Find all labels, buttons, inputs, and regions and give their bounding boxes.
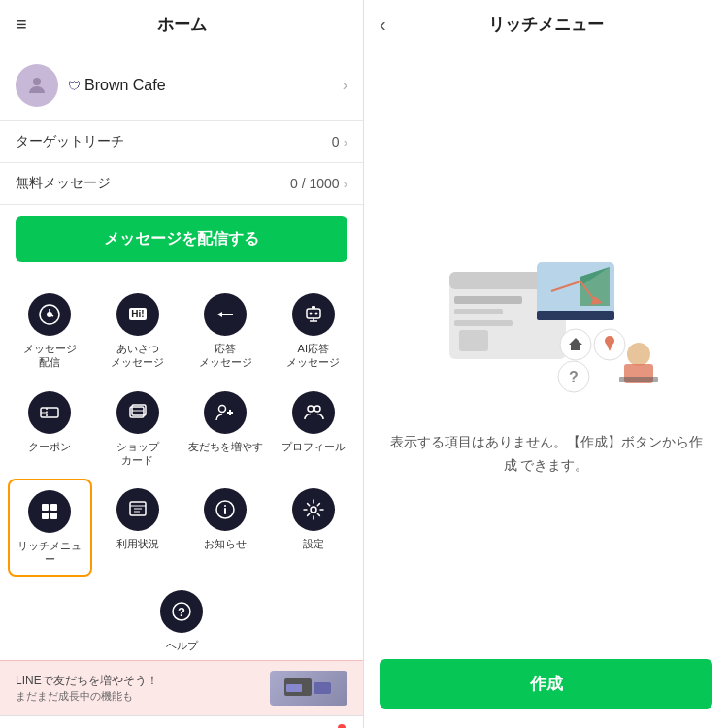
svg-point-0	[33, 78, 41, 85]
svg-rect-63	[619, 377, 658, 382]
svg-point-2	[47, 312, 52, 317]
coupon-label: クーポン	[28, 440, 71, 453]
account-info: 🛡 Brown Cafe	[68, 77, 343, 94]
svg-rect-5	[307, 309, 320, 318]
svg-rect-50	[459, 330, 488, 351]
bottom-nav-chat[interactable]	[146, 722, 218, 728]
bottom-nav-stats[interactable]	[217, 722, 290, 728]
svg-rect-25	[50, 513, 57, 519]
shop-card-icon	[116, 391, 159, 434]
account-row[interactable]: 🛡 Brown Cafe ›	[0, 50, 363, 121]
bottom-nav-history[interactable]	[73, 722, 146, 728]
shield-icon: 🛡	[68, 79, 81, 93]
free-message-label: 無料メッセージ	[16, 175, 111, 192]
svg-rect-48	[454, 309, 503, 314]
svg-text:?: ?	[569, 369, 579, 385]
right-header: ‹ リッチメニュー	[364, 0, 728, 50]
hamburger-menu-icon[interactable]: ≡	[16, 14, 27, 36]
usage-status-icon	[116, 488, 159, 531]
rich-menu-item[interactable]: リッチメニュー	[8, 479, 92, 577]
promo-image	[270, 671, 347, 706]
profile-icon	[292, 391, 335, 434]
notice-item[interactable]: お知らせ	[183, 479, 268, 577]
right-content: ? 表示する項目はありません。【作成】ボタンから作成 できます。	[364, 50, 728, 659]
promo-banner: LINEで友だちを増やそう！ まだまだ成長中の機能も	[0, 660, 363, 715]
avatar	[16, 64, 58, 107]
empty-illustration: ?	[430, 233, 663, 408]
feature-grid: メッセージ配信 Hi! あいさつメッセージ 応答メッセージ AI応答メッセージ	[0, 274, 363, 586]
response-message-item[interactable]: 応答メッセージ	[183, 283, 268, 378]
help-item[interactable]: ? ヘルプ	[0, 586, 363, 660]
bottom-nav-notify[interactable]	[290, 722, 363, 728]
svg-rect-10	[312, 306, 315, 309]
svg-rect-38	[314, 682, 331, 694]
target-reach-row[interactable]: ターゲットリーチ 0 ›	[0, 121, 363, 163]
svg-rect-23	[50, 504, 57, 511]
help-label: ヘルプ	[166, 639, 198, 652]
target-reach-label: ターゲットリーチ	[16, 133, 124, 150]
svg-rect-55	[537, 311, 614, 320]
bottom-nav	[0, 715, 363, 728]
notice-label: お知らせ	[204, 537, 247, 550]
svg-rect-24	[42, 513, 49, 519]
rich-menu-label: リッチメニュー	[17, 539, 82, 567]
svg-text:Hi!: Hi!	[131, 309, 144, 319]
ai-response-icon	[292, 293, 335, 336]
free-message-row[interactable]: 無料メッセージ 0 / 1000 ›	[0, 163, 363, 205]
account-name: Brown Cafe	[84, 77, 166, 94]
back-button[interactable]: ‹	[380, 14, 386, 36]
svg-point-17	[219, 405, 226, 412]
svg-text:?: ?	[178, 605, 185, 619]
svg-point-58	[605, 336, 614, 346]
add-friends-icon	[204, 391, 247, 434]
coupon-item[interactable]: クーポン	[8, 381, 92, 476]
svg-point-33	[311, 507, 316, 513]
greeting-message-icon: Hi!	[116, 293, 159, 336]
ai-response-item[interactable]: AI応答メッセージ	[272, 283, 356, 378]
home-title: ホーム	[157, 14, 207, 36]
message-delivery-label: メッセージ配信	[23, 342, 77, 370]
promo-text: LINEで友だちを増やそう！ まだまだ成長中の機能も	[16, 673, 260, 704]
add-friends-item[interactable]: 友だちを増やす	[183, 381, 268, 476]
shop-card-item[interactable]: ショップカード	[96, 381, 181, 476]
greeting-message-label: あいさつメッセージ	[111, 342, 164, 370]
settings-item[interactable]: 設定	[272, 479, 356, 577]
create-button[interactable]: 作成	[380, 659, 712, 709]
svg-rect-47	[454, 296, 522, 304]
usage-status-item[interactable]: 利用状況	[96, 479, 181, 577]
account-chevron-icon: ›	[343, 77, 347, 94]
rich-menu-title: リッチメニュー	[488, 14, 604, 36]
profile-item[interactable]: プロフィール	[272, 381, 356, 476]
left-panel: ≡ ホーム 🛡 Brown Cafe › ターゲットリーチ 0 › 無料メッセー…	[0, 0, 364, 728]
empty-description: 表示する項目はありません。【作成】ボタンから作成 できます。	[383, 431, 709, 478]
greeting-message-item[interactable]: Hi! あいさつメッセージ	[96, 283, 181, 378]
settings-icon	[292, 488, 335, 531]
left-header: ≡ ホーム	[0, 0, 363, 50]
ai-response-label: AI応答メッセージ	[286, 342, 340, 370]
svg-point-6	[309, 313, 312, 315]
coupon-icon	[28, 391, 71, 434]
notice-icon	[204, 488, 247, 531]
usage-status-label: 利用状況	[116, 537, 159, 550]
message-delivery-icon	[28, 293, 71, 336]
message-delivery-item[interactable]: メッセージ配信	[8, 283, 92, 378]
rich-menu-icon	[28, 490, 71, 533]
free-message-value: 0 / 1000 ›	[290, 176, 347, 191]
profile-label: プロフィール	[281, 440, 346, 453]
target-reach-value: 0 ›	[332, 134, 347, 149]
bottom-nav-home[interactable]	[0, 722, 73, 728]
svg-rect-49	[454, 320, 513, 326]
person-icon	[25, 74, 49, 97]
svg-point-7	[314, 313, 317, 315]
add-friends-label: 友だちを増やす	[188, 440, 263, 453]
notification-badge	[338, 724, 346, 728]
shop-card-label: ショップカード	[116, 440, 159, 468]
svg-point-61	[627, 343, 650, 366]
right-panel: ‹ リッチメニュー	[364, 0, 728, 728]
svg-rect-22	[42, 504, 49, 511]
broadcast-button[interactable]: メッセージを配信する	[16, 216, 347, 262]
svg-point-21	[314, 406, 320, 412]
help-icon: ?	[160, 590, 203, 633]
svg-rect-37	[286, 684, 302, 692]
svg-point-20	[308, 406, 314, 412]
